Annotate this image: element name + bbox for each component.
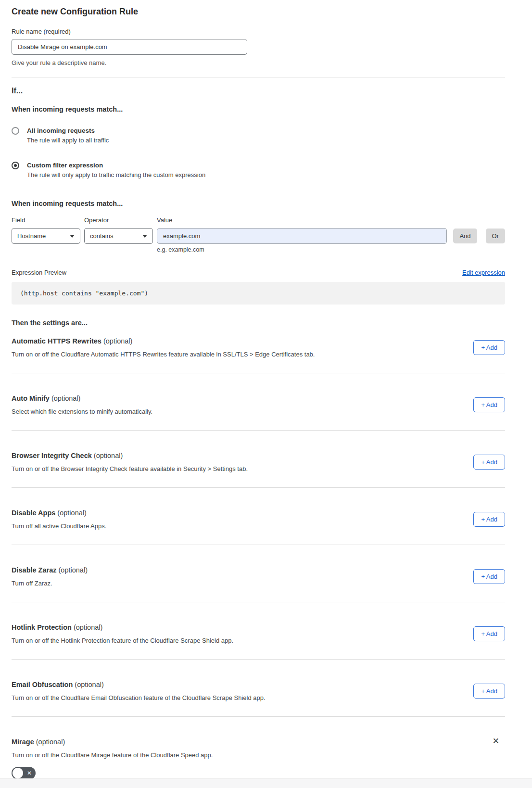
optional-suffix: (optional) xyxy=(94,452,123,459)
setting-name: Browser Integrity Check (optional) xyxy=(12,451,248,460)
footer-strip xyxy=(0,778,532,788)
mirage-name: Mirage (optional) xyxy=(12,737,65,747)
radio-custom-filter-description: The rule will only apply to traffic matc… xyxy=(27,171,205,179)
rule-name-label: Rule name (required) xyxy=(12,28,505,35)
add-setting-button[interactable]: + Add xyxy=(473,569,505,584)
value-input[interactable] xyxy=(157,228,447,244)
setting-description: Select which file extensions to minify a… xyxy=(12,408,152,416)
page-title: Create new Configuration Rule xyxy=(12,6,505,17)
field-select-value: Hostname xyxy=(17,232,46,240)
radio-custom-filter[interactable] xyxy=(12,162,19,169)
setting-name: Auto Minify (optional) xyxy=(12,394,152,403)
if-heading: If... xyxy=(12,86,505,96)
add-setting-button[interactable]: + Add xyxy=(473,512,505,527)
optional-suffix: (optional) xyxy=(51,394,80,402)
mirage-toggle[interactable]: ✕ xyxy=(12,767,36,779)
operator-select-value: contains xyxy=(90,232,113,240)
setting-row: Auto Minify (optional) Select which file… xyxy=(12,373,505,431)
expression-preview-row: Expression Preview Edit expression xyxy=(12,269,505,276)
add-setting-button[interactable]: + Add xyxy=(473,626,505,641)
add-setting-button[interactable]: + Add xyxy=(473,340,505,355)
toggle-knob xyxy=(13,768,23,778)
setting-description: Turn off Zaraz. xyxy=(12,580,88,587)
edit-expression-link[interactable]: Edit expression xyxy=(462,269,505,276)
setting-name: Disable Apps (optional) xyxy=(12,508,106,518)
field-select[interactable]: Hostname xyxy=(12,228,80,244)
create-configuration-rule-page: Create new Configuration Rule Rule name … xyxy=(12,0,505,781)
operator-label: Operator xyxy=(84,216,153,224)
setting-description: Turn on or off the Hotlink Protection fe… xyxy=(12,637,233,645)
optional-suffix: (optional) xyxy=(75,681,103,688)
toggle-off-icon: ✕ xyxy=(27,770,32,776)
setting-description: Turn on or off the Cloudflare Email Obfu… xyxy=(12,694,266,702)
optional-suffix: (optional) xyxy=(36,738,65,746)
setting-row: Browser Integrity Check (optional) Turn … xyxy=(12,431,505,488)
settings-list: Automatic HTTPS Rewrites (optional) Turn… xyxy=(12,328,505,717)
setting-row: Email Obfuscation (optional) Turn on or … xyxy=(12,660,505,717)
mirage-description: Turn on or off the Cloudflare Mirage fea… xyxy=(12,751,505,759)
expression-preview-label: Expression Preview xyxy=(12,269,66,276)
radio-all-requests-description: The rule will apply to all traffic xyxy=(27,137,109,144)
setting-description: Turn off all active Cloudflare Apps. xyxy=(12,522,106,530)
setting-row: Automatic HTTPS Rewrites (optional) Turn… xyxy=(12,328,505,373)
radio-option-all-requests[interactable]: All incoming requests The rule will appl… xyxy=(12,127,505,144)
add-setting-button[interactable]: + Add xyxy=(473,684,505,699)
rule-name-input[interactable] xyxy=(12,39,247,55)
setting-row-mirage: Mirage (optional) ✕ Turn on or off the C… xyxy=(12,717,505,781)
setting-row: Disable Zaraz (optional) Turn off Zaraz.… xyxy=(12,545,505,602)
chevron-down-icon xyxy=(142,235,147,238)
add-setting-button[interactable]: + Add xyxy=(473,455,505,470)
setting-description: Turn on or off the Cloudflare Automatic … xyxy=(12,351,315,358)
add-setting-button[interactable]: + Add xyxy=(473,397,505,412)
section-divider xyxy=(12,77,505,77)
optional-suffix: (optional) xyxy=(103,337,132,345)
setting-description: Turn on or off the Browser Integrity Che… xyxy=(12,465,248,473)
expression-preview-box: (http.host contains "example.com") xyxy=(12,282,505,305)
expression-builder-row: Field Hostname Operator contains Value e… xyxy=(12,216,505,253)
then-settings-heading: Then the settings are... xyxy=(12,318,505,328)
chevron-down-icon xyxy=(70,235,75,238)
field-column: Field Hostname xyxy=(12,216,80,244)
value-hint: e.g. example.com xyxy=(157,246,447,253)
or-button[interactable]: Or xyxy=(486,229,505,243)
value-column: Value e.g. example.com xyxy=(157,216,447,253)
setting-name: Disable Zaraz (optional) xyxy=(12,565,88,575)
optional-suffix: (optional) xyxy=(74,623,102,631)
optional-suffix: (optional) xyxy=(59,566,88,574)
setting-name: Hotlink Protection (optional) xyxy=(12,623,233,632)
field-label: Field xyxy=(12,216,80,224)
rule-name-help: Give your rule a descriptive name. xyxy=(12,59,505,66)
and-button[interactable]: And xyxy=(453,229,477,243)
value-label: Value xyxy=(157,216,447,224)
builder-heading: When incoming requests match... xyxy=(12,199,505,208)
setting-row: Disable Apps (optional) Turn off all act… xyxy=(12,488,505,545)
radio-all-requests-label: All incoming requests xyxy=(27,127,109,135)
setting-name: Email Obfuscation (optional) xyxy=(12,680,266,689)
close-icon[interactable]: ✕ xyxy=(493,737,499,745)
optional-suffix: (optional) xyxy=(57,509,86,517)
expression-code: (http.host contains "example.com") xyxy=(20,290,148,297)
radio-option-custom-filter[interactable]: Custom filter expression The rule will o… xyxy=(12,161,505,179)
radio-all-requests[interactable] xyxy=(12,127,19,135)
match-heading: When incoming requests match... xyxy=(12,104,505,114)
radio-custom-filter-label: Custom filter expression xyxy=(27,161,205,169)
setting-name: Automatic HTTPS Rewrites (optional) xyxy=(12,336,315,346)
setting-row: Hotlink Protection (optional) Turn on or… xyxy=(12,602,505,660)
operator-column: Operator contains xyxy=(84,216,153,244)
operator-select[interactable]: contains xyxy=(84,228,153,244)
